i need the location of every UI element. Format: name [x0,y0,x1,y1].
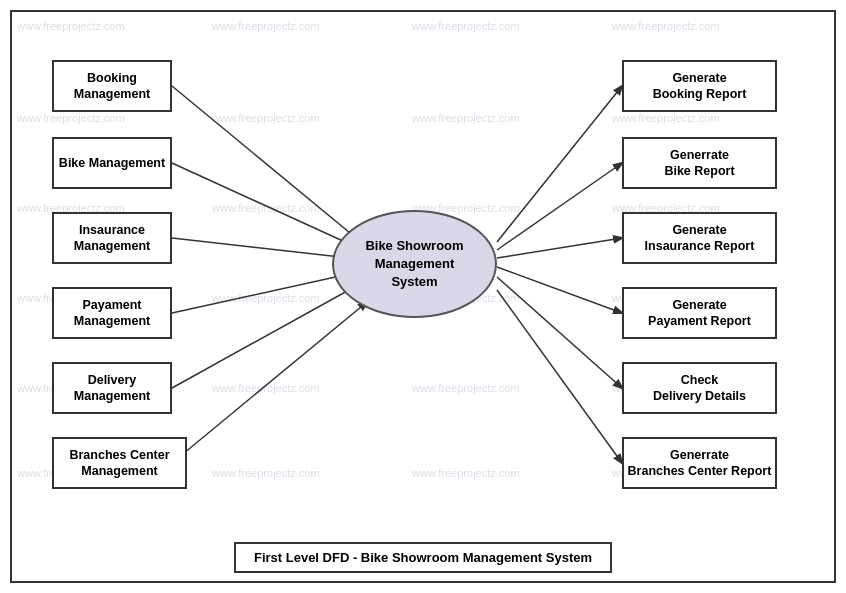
svg-line-0 [172,86,367,247]
diagram-container: www.freeprojectz.com www.freeprojectz.co… [10,10,836,583]
check-delivery-box: CheckDelivery Details [622,362,777,414]
watermark: www.freeprojectz.com [412,382,520,394]
svg-line-1 [172,163,367,252]
diagram-caption: First Level DFD - Bike Showroom Manageme… [234,542,612,573]
diagram-inner: www.freeprojectz.com www.freeprojectz.co… [12,12,834,581]
center-system-ellipse: Bike ShowroomManagementSystem [332,210,497,318]
watermark: www.freeprojectz.com [612,112,720,124]
branches-management-box: Branches Center Management [52,437,187,489]
gen-branches-report-box: GenerrateBranches Center Report [622,437,777,489]
gen-booking-report-box: GenerateBooking Report [622,60,777,112]
svg-line-4 [172,280,367,388]
bike-management-box: Bike Management [52,137,172,189]
watermark: www.freeprojectz.com [212,202,320,214]
watermark: www.freeprojectz.com [612,20,720,32]
svg-line-10 [497,277,622,388]
watermark: www.freeprojectz.com [212,292,320,304]
svg-line-5 [172,302,367,463]
svg-line-7 [497,163,622,250]
watermark: www.freeprojectz.com [412,112,520,124]
watermark: www.freeprojectz.com [412,20,520,32]
watermark: www.freeprojectz.com [412,467,520,479]
watermark: www.freeprojectz.com [212,382,320,394]
svg-line-6 [497,86,622,242]
delivery-management-box: Delivery Management [52,362,172,414]
watermark: www.freeprojectz.com [17,20,125,32]
insurance-management-box: Insaurance Management [52,212,172,264]
watermark: www.freeprojectz.com [212,467,320,479]
payment-management-box: Payament Management [52,287,172,339]
gen-insurance-report-box: GenerateInsaurance Report [622,212,777,264]
watermark: www.freeprojectz.com [212,112,320,124]
watermark: www.freeprojectz.com [212,20,320,32]
svg-line-11 [497,290,622,463]
gen-bike-report-box: GenerrateBike Report [622,137,777,189]
booking-management-box: Booking Management [52,60,172,112]
center-label: Bike ShowroomManagementSystem [365,237,463,292]
gen-payment-report-box: GeneratePayament Report [622,287,777,339]
watermark: www.freeprojectz.com [17,112,125,124]
svg-line-8 [497,238,622,258]
svg-line-9 [497,267,622,313]
